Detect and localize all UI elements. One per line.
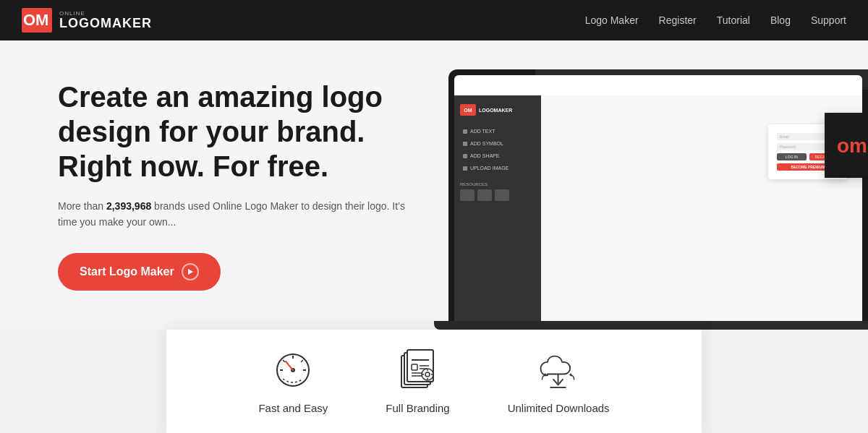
feature-fast-easy: Fast and Easy bbox=[258, 348, 328, 414]
mock-canvas: Email Password LOG IN REGISTER BECOME PR… bbox=[541, 95, 862, 321]
mock-menu-add-shape: ADD SHAPE bbox=[460, 150, 535, 161]
nav-item-blog[interactable]: Blog bbox=[770, 14, 791, 27]
laptop-outer: ↩ UNDO REDO RE-COLOR GRID OM LOGOMAKER A… bbox=[448, 69, 868, 321]
features-section: Fast and Easy bbox=[166, 330, 702, 433]
hero-content: Create an amazing logo design for your b… bbox=[0, 80, 434, 291]
logo-logomaker: LOGOMAKER bbox=[59, 17, 152, 30]
mock-menu-text-label: ADD TEXT bbox=[470, 129, 495, 134]
mock-logo-text: LOGOMAKER bbox=[479, 108, 512, 113]
mock-logo-icon-text: OM bbox=[464, 108, 472, 113]
logo-icon: OM bbox=[22, 8, 52, 33]
nav-link-tutorial[interactable]: Tutorial bbox=[717, 14, 750, 26]
logo-preview-bg: om bbox=[825, 113, 868, 178]
svg-line-10 bbox=[283, 360, 285, 362]
mock-menu-text-icon bbox=[463, 129, 467, 134]
feature-full-branding-label: Full Branding bbox=[386, 402, 449, 414]
feature-fast-easy-label: Fast and Easy bbox=[258, 402, 328, 414]
mock-menu-upload-label: UPLOAD IMAGE bbox=[470, 166, 509, 171]
mock-menu-add-symbol: ADD SYMBOL bbox=[460, 138, 535, 149]
mock-resources-title: RESOURCES bbox=[460, 182, 535, 187]
mock-resource-icon-3 bbox=[495, 189, 509, 201]
mock-login-btn: LOG IN bbox=[777, 153, 807, 160]
cta-circle-icon bbox=[182, 263, 199, 280]
nav-item-logo-maker[interactable]: Logo Maker bbox=[585, 14, 639, 27]
svg-text:OM: OM bbox=[23, 11, 48, 29]
mock-menu-symbol-icon bbox=[463, 142, 467, 146]
feature-full-branding: Full Branding bbox=[386, 348, 449, 414]
mock-sidebar: OM LOGOMAKER ADD TEXT ADD SYMBOL ADD SHA… bbox=[454, 95, 541, 321]
speedometer-icon bbox=[271, 348, 315, 392]
branding-icon bbox=[396, 348, 439, 392]
mock-resource-icon-2 bbox=[477, 189, 492, 201]
feature-items: Fast and Easy bbox=[258, 348, 609, 414]
mock-menu-symbol-label: ADD SYMBOL bbox=[470, 141, 503, 146]
mock-resource-icon-1 bbox=[460, 189, 475, 201]
laptop-base bbox=[434, 321, 868, 330]
navbar: OM ONLINE LOGOMAKER Logo Maker Register … bbox=[0, 0, 868, 40]
hero-sub-pre: More than bbox=[58, 200, 106, 212]
nav-link-support[interactable]: Support bbox=[811, 14, 846, 26]
mock-logo-icon: OM bbox=[460, 104, 476, 116]
mock-menu-shape-label: ADD SHAPE bbox=[470, 153, 499, 158]
nav-item-register[interactable]: Register bbox=[659, 14, 697, 27]
mock-email-label: Email bbox=[780, 134, 789, 139]
hero-image: ↩ UNDO REDO RE-COLOR GRID OM LOGOMAKER A… bbox=[383, 62, 868, 330]
feature-unlimited-downloads: Unlimited Downloads bbox=[508, 348, 610, 414]
hero-title: Create an amazing logo design for your b… bbox=[58, 80, 434, 184]
mock-resources-section: RESOURCES bbox=[460, 182, 535, 201]
cloud-download-icon bbox=[537, 348, 580, 392]
logo-area[interactable]: OM ONLINE LOGOMAKER bbox=[22, 8, 152, 33]
cta-label: Start Logo Maker bbox=[80, 265, 174, 278]
mock-menu-shape-icon bbox=[463, 154, 467, 158]
laptop-screen: OM LOGOMAKER ADD TEXT ADD SYMBOL ADD SHA… bbox=[454, 75, 862, 321]
mock-menu-add-text: ADD TEXT bbox=[460, 126, 535, 137]
hero-section: Create an amazing logo design for your b… bbox=[0, 40, 868, 330]
mock-menu-upload: UPLOAD IMAGE bbox=[460, 163, 535, 173]
svg-text:om: om bbox=[837, 134, 867, 157]
mock-app-logo: OM LOGOMAKER bbox=[460, 104, 535, 116]
mock-password-label: Password bbox=[780, 145, 796, 149]
nav-link-logo-maker[interactable]: Logo Maker bbox=[585, 14, 639, 26]
nav-link-blog[interactable]: Blog bbox=[770, 14, 791, 26]
hero-subtitle: More than 2,393,968 brands used Online L… bbox=[58, 198, 405, 231]
hero-count: 2,393,968 bbox=[106, 200, 151, 212]
nav-item-tutorial[interactable]: Tutorial bbox=[717, 14, 750, 27]
mock-menu-upload-icon bbox=[463, 166, 467, 171]
logo-preview-card: om bbox=[825, 113, 868, 178]
nav-links: Logo Maker Register Tutorial Blog Suppor… bbox=[585, 14, 846, 27]
logo-text: ONLINE LOGOMAKER bbox=[59, 11, 152, 30]
mock-login-label: LOG IN bbox=[786, 155, 798, 159]
mock-premium-label: BECOME PREMIUM bbox=[791, 165, 825, 169]
svg-line-9 bbox=[301, 360, 303, 362]
feature-unlimited-downloads-label: Unlimited Downloads bbox=[508, 402, 610, 414]
svg-marker-2 bbox=[188, 269, 193, 275]
nav-link-register[interactable]: Register bbox=[659, 14, 697, 26]
svg-line-11 bbox=[286, 361, 293, 370]
cta-button[interactable]: Start Logo Maker bbox=[58, 253, 221, 291]
nav-item-support[interactable]: Support bbox=[811, 14, 846, 27]
